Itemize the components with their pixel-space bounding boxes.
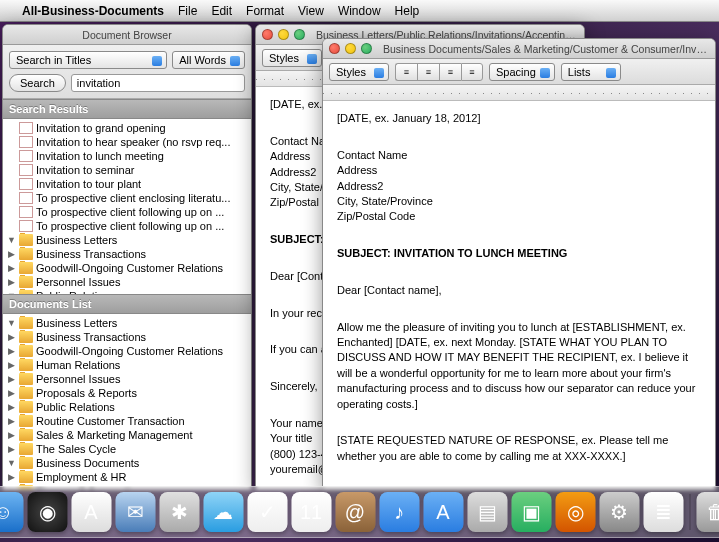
dock-app-settings[interactable]: ⚙ xyxy=(599,492,639,532)
menu-file[interactable]: File xyxy=(178,4,197,18)
app-name-menu[interactable]: All-Business-Documents xyxy=(22,4,164,18)
tree-item[interactable]: ▶Routine Customer Transaction xyxy=(3,414,251,428)
minimize-icon[interactable] xyxy=(278,29,289,40)
tree-item[interactable]: ▼Business Letters xyxy=(3,233,251,247)
dock-app-contacts[interactable]: @ xyxy=(335,492,375,532)
folder-icon xyxy=(19,373,33,385)
tree-item[interactable]: ▶Personnel Issues xyxy=(3,275,251,289)
menu-view[interactable]: View xyxy=(298,4,324,18)
search-scope-select[interactable]: Search in Titles xyxy=(9,51,167,69)
disclosure-arrow-icon[interactable]: ▶ xyxy=(7,430,16,440)
minimize-icon[interactable] xyxy=(345,43,356,54)
align-left-button[interactable]: ≡ xyxy=(395,63,417,81)
dock-app-dashboard[interactable]: ◉ xyxy=(27,492,67,532)
tree-item[interactable]: ▶Goodwill-Ongoing Customer Relations xyxy=(3,261,251,275)
align-right-button[interactable]: ≡ xyxy=(461,63,483,81)
dock-app-trash[interactable]: 🗑 xyxy=(696,492,719,532)
menu-window[interactable]: Window xyxy=(338,4,381,18)
dock-app-mail[interactable]: ✉ xyxy=(115,492,155,532)
tree-item[interactable]: Invitation to grand opening xyxy=(3,121,251,135)
doc2-titlebar[interactable]: Business Documents/Sales & Marketing/Cus… xyxy=(323,39,715,59)
align-center-button[interactable]: ≡ xyxy=(417,63,439,81)
tree-item[interactable]: ▶Business Transactions xyxy=(3,330,251,344)
search-button[interactable]: Search xyxy=(9,74,66,92)
close-icon[interactable] xyxy=(262,29,273,40)
tree-item[interactable]: ▶Public Relations xyxy=(3,400,251,414)
tree-item-label: Personnel Issues xyxy=(36,373,120,385)
dock-app-safari[interactable]: ✱ xyxy=(159,492,199,532)
folder-icon xyxy=(19,248,33,260)
menu-help[interactable]: Help xyxy=(395,4,420,18)
menu-edit[interactable]: Edit xyxy=(211,4,232,18)
dock-app-finder[interactable]: ☺ xyxy=(0,492,23,532)
tree-item[interactable]: Invitation to tour plant xyxy=(3,177,251,191)
search-mode-select[interactable]: All Words xyxy=(172,51,245,69)
dock-app-photobooth[interactable]: ◎ xyxy=(555,492,595,532)
dock-app-reminders[interactable]: ✓ xyxy=(247,492,287,532)
tree-item[interactable]: ▶Employment & HR xyxy=(3,470,251,484)
tree-item[interactable]: ▼Business Documents xyxy=(3,456,251,470)
dock-app-textedit[interactable]: ≣ xyxy=(643,492,683,532)
disclosure-arrow-icon[interactable]: ▶ xyxy=(7,472,16,482)
dock-app-appstore[interactable]: A xyxy=(423,492,463,532)
lists-select[interactable]: Lists xyxy=(561,63,621,81)
spacing-select[interactable]: Spacing xyxy=(489,63,555,81)
tree-item[interactable]: ▶Personnel Issues xyxy=(3,372,251,386)
align-justify-button[interactable]: ≡ xyxy=(439,63,461,81)
tree-item-label: Business Letters xyxy=(36,317,117,329)
disclosure-arrow-icon[interactable]: ▶ xyxy=(7,332,16,342)
tree-item[interactable]: ▶Business Transactions xyxy=(3,247,251,261)
dock-app-preview[interactable]: ▤ xyxy=(467,492,507,532)
disclosure-arrow-icon[interactable]: ▶ xyxy=(7,346,16,356)
dock-app-abd[interactable]: A xyxy=(71,492,111,532)
zoom-icon[interactable] xyxy=(361,43,372,54)
tree-item-label: Public Relations xyxy=(36,401,115,413)
tree-item-label: The Sales Cycle xyxy=(36,443,116,455)
tree-item-label: Employment & HR xyxy=(36,471,126,483)
search-input[interactable] xyxy=(71,74,245,92)
doc2-body[interactable]: [DATE, ex. January 18, 2012] Contact Nam… xyxy=(323,101,715,489)
tree-item-label: Business Documents xyxy=(36,457,139,469)
tree-item[interactable]: ▶Proposals & Reports xyxy=(3,386,251,400)
styles-select[interactable]: Styles xyxy=(329,63,389,81)
tree-item[interactable]: To prospective client following up on ..… xyxy=(3,219,251,233)
tree-item[interactable]: Invitation to hear speaker (no rsvp req.… xyxy=(3,135,251,149)
tree-item[interactable]: To prospective client enclosing literatu… xyxy=(3,191,251,205)
disclosure-arrow-icon[interactable]: ▶ xyxy=(7,249,16,259)
disclosure-arrow-icon[interactable]: ▶ xyxy=(7,388,16,398)
documents-list-tree[interactable]: ▼Business Letters▶Business Transactions▶… xyxy=(3,314,251,489)
dock-app-ichat[interactable]: ☁ xyxy=(203,492,243,532)
disclosure-arrow-icon[interactable]: ▶ xyxy=(7,416,16,426)
styles-select[interactable]: Styles xyxy=(262,49,322,67)
zoom-icon[interactable] xyxy=(294,29,305,40)
tree-item[interactable]: To prospective client following up on ..… xyxy=(3,205,251,219)
tree-item[interactable]: Invitation to seminar xyxy=(3,163,251,177)
dock-app-itunes[interactable]: ♪ xyxy=(379,492,419,532)
doc2-ruler[interactable] xyxy=(323,85,715,101)
tree-item[interactable]: ▶Sales & Marketing Management xyxy=(3,428,251,442)
browser-titlebar[interactable]: Document Browser xyxy=(3,25,251,45)
disclosure-arrow-icon[interactable]: ▶ xyxy=(7,360,16,370)
disclosure-arrow-icon[interactable]: ▶ xyxy=(7,444,16,454)
document-window-2: Business Documents/Sales & Marketing/Cus… xyxy=(322,38,716,490)
tree-item-label: Proposals & Reports xyxy=(36,387,137,399)
tree-item[interactable]: ▶Human Relations xyxy=(3,358,251,372)
close-icon[interactable] xyxy=(329,43,340,54)
tree-item[interactable]: ▶The Sales Cycle xyxy=(3,442,251,456)
search-results-tree[interactable]: Invitation to grand openingInvitation to… xyxy=(3,119,251,294)
disclosure-arrow-icon[interactable]: ▼ xyxy=(7,458,16,468)
disclosure-arrow-icon[interactable]: ▶ xyxy=(7,263,16,273)
dock-app-ical[interactable]: 11 xyxy=(291,492,331,532)
disclosure-arrow-icon[interactable]: ▼ xyxy=(7,318,16,328)
docr-icon xyxy=(19,122,33,134)
disclosure-arrow-icon[interactable]: ▼ xyxy=(7,235,16,245)
disclosure-arrow-icon[interactable]: ▶ xyxy=(7,402,16,412)
tree-item[interactable]: ▼Business Letters xyxy=(3,316,251,330)
disclosure-arrow-icon[interactable]: ▶ xyxy=(7,277,16,287)
tree-item[interactable]: Invitation to lunch meeting xyxy=(3,149,251,163)
doc2-toolbar: Styles ≡ ≡ ≡ ≡ Spacing Lists xyxy=(323,59,715,85)
tree-item[interactable]: ▶Goodwill-Ongoing Customer Relations xyxy=(3,344,251,358)
menu-format[interactable]: Format xyxy=(246,4,284,18)
dock-app-facetime[interactable]: ▣ xyxy=(511,492,551,532)
disclosure-arrow-icon[interactable]: ▶ xyxy=(7,374,16,384)
